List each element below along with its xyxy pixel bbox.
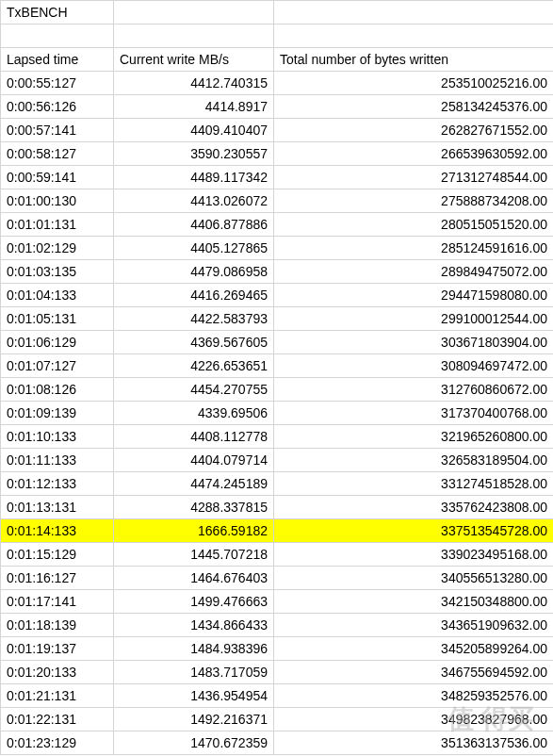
cell-write-speed[interactable]: 4404.079714 (114, 449, 274, 472)
cell-lapsed-time[interactable]: 0:01:05:131 (1, 307, 114, 331)
cell-lapsed-time[interactable]: 0:01:23:129 (1, 731, 114, 755)
cell-lapsed-time[interactable]: 0:01:06:129 (1, 331, 114, 354)
cell-write-speed[interactable]: 1483.717059 (114, 661, 274, 684)
cell-bytes-written[interactable]: 258134245376.00 (274, 95, 554, 119)
cell-write-speed[interactable]: 1666.59182 (114, 519, 274, 543)
cell-bytes-written[interactable]: 317370400768.00 (274, 402, 554, 425)
cell-lapsed-time[interactable]: 0:01:12:133 (1, 472, 114, 496)
cell-write-speed[interactable]: 1492.216371 (114, 708, 274, 731)
cell-bytes-written[interactable]: 312760860672.00 (274, 378, 554, 402)
cell-bytes-written[interactable]: 342150348800.00 (274, 590, 554, 614)
cell-write-speed[interactable]: 3590.230557 (114, 142, 274, 166)
cell-bytes-written[interactable]: 321965260800.00 (274, 425, 554, 449)
cell-write-speed[interactable]: 4479.086958 (114, 260, 274, 284)
table-row: 0:01:09:1394339.69506317370400768.00 (1, 402, 554, 425)
cell-lapsed-time[interactable]: 0:01:19:137 (1, 637, 114, 661)
cell-bytes-written[interactable]: 253510025216.00 (274, 72, 554, 95)
cell-lapsed-time[interactable]: 0:01:14:133 (1, 519, 114, 543)
cell-write-speed[interactable]: 4416.269465 (114, 284, 274, 307)
header-bytes-written[interactable]: Total number of bytes written (274, 48, 554, 72)
cell-lapsed-time[interactable]: 0:00:59:141 (1, 166, 114, 189)
cell-bytes-written[interactable]: 337513545728.00 (274, 519, 554, 543)
cell-write-speed[interactable]: 1470.672359 (114, 731, 274, 755)
cell-lapsed-time[interactable]: 0:00:58:127 (1, 142, 114, 166)
cell-bytes-written[interactable]: 289849475072.00 (274, 260, 554, 284)
empty-cell[interactable] (114, 25, 274, 48)
cell-write-speed[interactable]: 4339.69506 (114, 402, 274, 425)
cell-write-speed[interactable]: 4369.567605 (114, 331, 274, 354)
cell-bytes-written[interactable]: 285124591616.00 (274, 237, 554, 260)
cell-write-speed[interactable]: 4226.653651 (114, 354, 274, 378)
cell-lapsed-time[interactable]: 0:01:22:131 (1, 708, 114, 731)
cell-bytes-written[interactable]: 262827671552.00 (274, 119, 554, 142)
cell-write-speed[interactable]: 4413.026072 (114, 189, 274, 213)
cell-bytes-written[interactable]: 331274518528.00 (274, 472, 554, 496)
cell-bytes-written[interactable]: 303671803904.00 (274, 331, 554, 354)
cell-write-speed[interactable]: 1436.954954 (114, 684, 274, 708)
cell-write-speed[interactable]: 1464.676403 (114, 567, 274, 590)
cell-bytes-written[interactable]: 340556513280.00 (274, 567, 554, 590)
cell-write-speed[interactable]: 4422.583793 (114, 307, 274, 331)
cell-lapsed-time[interactable]: 0:00:56:126 (1, 95, 114, 119)
cell-lapsed-time[interactable]: 0:01:10:133 (1, 425, 114, 449)
cell-bytes-written[interactable]: 275888734208.00 (274, 189, 554, 213)
cell-write-speed[interactable]: 4412.740315 (114, 72, 274, 95)
cell-lapsed-time[interactable]: 0:00:57:141 (1, 119, 114, 142)
cell-lapsed-time[interactable]: 0:01:18:139 (1, 614, 114, 637)
empty-cell[interactable] (1, 25, 114, 48)
cell-bytes-written[interactable]: 326583189504.00 (274, 449, 554, 472)
cell-bytes-written[interactable]: 280515051520.00 (274, 213, 554, 237)
cell-write-speed[interactable]: 4454.270755 (114, 378, 274, 402)
cell-write-speed[interactable]: 4288.337815 (114, 496, 274, 519)
cell-write-speed[interactable]: 1499.476663 (114, 590, 274, 614)
table-row: 0:01:07:1274226.653651308094697472.00 (1, 354, 554, 378)
cell-lapsed-time[interactable]: 0:01:16:127 (1, 567, 114, 590)
cell-lapsed-time[interactable]: 0:01:02:129 (1, 237, 114, 260)
cell-lapsed-time[interactable]: 0:01:00:130 (1, 189, 114, 213)
cell-bytes-written[interactable]: 271312748544.00 (274, 166, 554, 189)
cell-lapsed-time[interactable]: 0:01:21:131 (1, 684, 114, 708)
cell-write-speed[interactable]: 4405.127865 (114, 237, 274, 260)
cell-lapsed-time[interactable]: 0:01:20:133 (1, 661, 114, 684)
cell-lapsed-time[interactable]: 0:01:04:133 (1, 284, 114, 307)
cell-lapsed-time[interactable]: 0:01:17:141 (1, 590, 114, 614)
table-row: 0:01:23:1291470.672359351363137536.00 (1, 731, 554, 755)
cell-write-speed[interactable]: 4474.245189 (114, 472, 274, 496)
cell-bytes-written[interactable]: 339023495168.00 (274, 543, 554, 567)
cell-bytes-written[interactable]: 349823827968.00 (274, 708, 554, 731)
cell-bytes-written[interactable]: 294471598080.00 (274, 284, 554, 307)
cell-write-speed[interactable]: 4414.8917 (114, 95, 274, 119)
cell-lapsed-time[interactable]: 0:01:01:131 (1, 213, 114, 237)
cell-bytes-written[interactable]: 348259352576.00 (274, 684, 554, 708)
cell-write-speed[interactable]: 1484.938396 (114, 637, 274, 661)
header-write-speed[interactable]: Current write MB/s (114, 48, 274, 72)
cell-bytes-written[interactable]: 345205899264.00 (274, 637, 554, 661)
cell-bytes-written[interactable]: 335762423808.00 (274, 496, 554, 519)
cell-write-speed[interactable]: 4489.117342 (114, 166, 274, 189)
cell-bytes-written[interactable]: 351363137536.00 (274, 731, 554, 755)
empty-cell[interactable] (114, 1, 274, 25)
empty-cell[interactable] (274, 25, 554, 48)
cell-lapsed-time[interactable]: 0:01:07:127 (1, 354, 114, 378)
cell-write-speed[interactable]: 1445.707218 (114, 543, 274, 567)
cell-lapsed-time[interactable]: 0:01:13:131 (1, 496, 114, 519)
cell-lapsed-time[interactable]: 0:01:08:126 (1, 378, 114, 402)
cell-lapsed-time[interactable]: 0:01:03:135 (1, 260, 114, 284)
cell-write-speed[interactable]: 4406.877886 (114, 213, 274, 237)
cell-bytes-written[interactable]: 266539630592.00 (274, 142, 554, 166)
cell-write-speed[interactable]: 4408.112778 (114, 425, 274, 449)
table-row: 0:00:55:1274412.740315253510025216.00 (1, 72, 554, 95)
cell-bytes-written[interactable]: 346755694592.00 (274, 661, 554, 684)
cell-write-speed[interactable]: 1434.866433 (114, 614, 274, 637)
empty-cell[interactable] (274, 1, 554, 25)
cell-bytes-written[interactable]: 299100012544.00 (274, 307, 554, 331)
cell-lapsed-time[interactable]: 0:01:15:129 (1, 543, 114, 567)
cell-bytes-written[interactable]: 308094697472.00 (274, 354, 554, 378)
cell-write-speed[interactable]: 4409.410407 (114, 119, 274, 142)
cell-bytes-written[interactable]: 343651909632.00 (274, 614, 554, 637)
cell-lapsed-time[interactable]: 0:01:09:139 (1, 402, 114, 425)
header-lapsed-time[interactable]: Lapsed time (1, 48, 114, 72)
cell-lapsed-time[interactable]: 0:01:11:133 (1, 449, 114, 472)
cell-lapsed-time[interactable]: 0:00:55:127 (1, 72, 114, 95)
title-cell[interactable]: TxBENCH (1, 1, 114, 25)
